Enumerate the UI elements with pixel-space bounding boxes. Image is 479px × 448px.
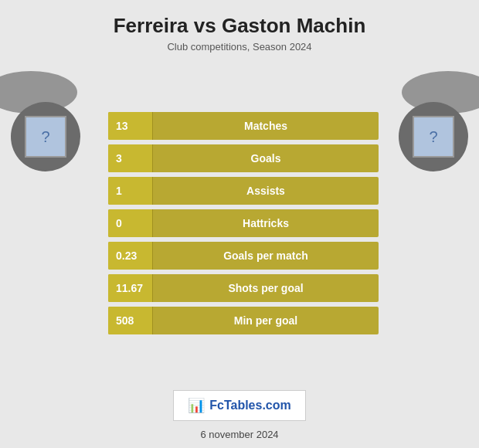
logo-icon: 📊 — [188, 397, 205, 414]
stats-column: 13Matches3Goals1Assists0Hattricks0.23Goa… — [108, 112, 379, 334]
stat-row: 11.67Shots per goal — [108, 274, 379, 302]
stat-label: Matches — [153, 120, 379, 132]
stat-value: 0 — [108, 209, 153, 237]
logo-box: 📊 FcTables.com — [173, 390, 306, 421]
stat-value: 0.23 — [108, 242, 153, 270]
stat-label: Goals — [153, 152, 379, 165]
stat-row: 0Hattricks — [108, 209, 379, 237]
player-left-image: ? — [25, 116, 66, 158]
player-right-circle: ? — [399, 102, 468, 171]
logo-text: FcTables.com — [209, 399, 291, 412]
stat-row: 3Goals — [108, 144, 379, 172]
stat-row: 13Matches — [108, 112, 379, 140]
player-right-image: ? — [413, 116, 454, 158]
bottom-section: 📊 FcTables.com 6 november 2024 — [0, 382, 479, 448]
stat-label: Goals per match — [153, 249, 379, 262]
page-wrapper: Ferreira vs Gaston Machin Club competiti… — [0, 0, 479, 448]
page-subtitle: Club competitions, Season 2024 — [167, 41, 311, 53]
content-area: ? ? 13Matches3Goals1Assists0Hattricks0.2… — [0, 63, 479, 382]
stat-row: 508Min per goal — [108, 307, 379, 334]
stat-label: Shots per goal — [153, 282, 379, 294]
stat-value: 11.67 — [108, 274, 153, 302]
stat-row: 1Assists — [108, 177, 379, 205]
stat-value: 508 — [108, 307, 153, 334]
stat-value: 3 — [108, 144, 153, 172]
stat-label: Assists — [153, 185, 379, 197]
footer-date: 6 november 2024 — [200, 429, 278, 440]
player-left-circle: ? — [11, 102, 80, 171]
stat-value: 1 — [108, 177, 153, 205]
page-title: Ferreira vs Gaston Machin — [114, 14, 366, 38]
stat-value: 13 — [108, 112, 153, 140]
stat-label: Min per goal — [153, 314, 379, 327]
stat-label: Hattricks — [153, 217, 379, 229]
stat-row: 0.23Goals per match — [108, 242, 379, 270]
